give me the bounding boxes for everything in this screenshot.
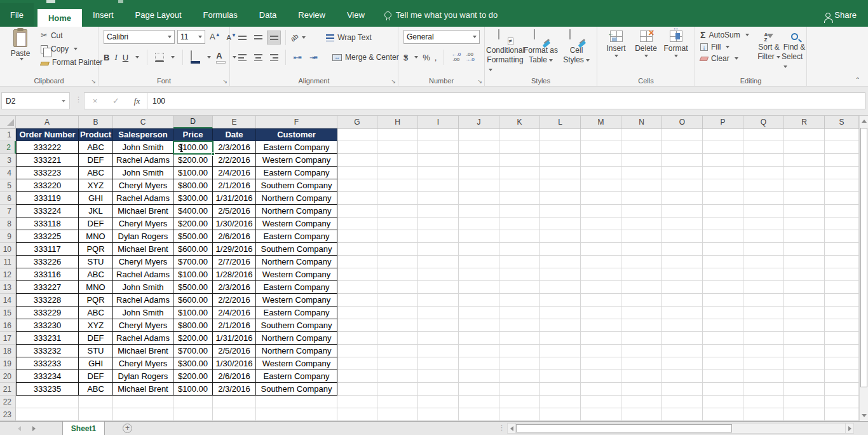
cell-M20[interactable]: [581, 370, 621, 383]
cell-H3[interactable]: [377, 154, 418, 167]
row-header-22[interactable]: 22: [0, 396, 16, 408]
borders-button[interactable]: [155, 53, 164, 62]
cell-E2[interactable]: 2/3/2016: [213, 141, 256, 154]
previous-sheet-button[interactable]: [18, 426, 21, 431]
cell-L4[interactable]: [540, 167, 581, 179]
cell-N19[interactable]: [621, 357, 662, 370]
cell-L21[interactable]: [540, 383, 581, 396]
cell-C17[interactable]: Rachel Adams: [113, 332, 173, 345]
cell-J9[interactable]: [459, 230, 499, 243]
cell-I22[interactable]: [418, 396, 459, 408]
cell-E19[interactable]: 1/30/2016: [213, 357, 256, 370]
cell-G13[interactable]: [337, 281, 377, 294]
cell-J10[interactable]: [459, 243, 499, 256]
cell-P14[interactable]: [703, 294, 743, 307]
cell-L12[interactable]: [540, 268, 581, 281]
cell-C21[interactable]: Michael Brent: [113, 383, 173, 396]
cell-E17[interactable]: 1/31/2016: [213, 332, 256, 345]
cell-J22[interactable]: [459, 396, 499, 408]
cell-A1[interactable]: Order Number: [16, 128, 79, 141]
cell-F4[interactable]: Eastern Company: [256, 167, 337, 179]
cell-O6[interactable]: [662, 192, 703, 205]
cell-D12[interactable]: $100.00: [173, 268, 213, 281]
cell-B18[interactable]: STU: [79, 345, 113, 357]
cell-K22[interactable]: [499, 396, 540, 408]
cell-P9[interactable]: [703, 230, 743, 243]
cell-P3[interactable]: [703, 154, 743, 167]
cell-A2[interactable]: 333222: [16, 141, 79, 154]
cell-F13[interactable]: Eastern Company: [256, 281, 337, 294]
cell-S12[interactable]: [825, 268, 859, 281]
cell-L18[interactable]: [540, 345, 581, 357]
cell-I21[interactable]: [418, 383, 459, 396]
cell-J2[interactable]: [459, 141, 499, 154]
cell-Q11[interactable]: [743, 256, 784, 268]
cell-J6[interactable]: [459, 192, 499, 205]
cell-L13[interactable]: [540, 281, 581, 294]
cell-B6[interactable]: GHI: [79, 192, 113, 205]
cell-L14[interactable]: [540, 294, 581, 307]
row-header-18[interactable]: 18: [0, 345, 16, 357]
cell-F15[interactable]: Eastern Company: [256, 307, 337, 319]
cell-K13[interactable]: [499, 281, 540, 294]
vertical-scrollbar-thumb[interactable]: [860, 128, 867, 387]
cell-N12[interactable]: [621, 268, 662, 281]
cell-E23[interactable]: [213, 408, 256, 421]
cell-D10[interactable]: $600.00: [173, 243, 213, 256]
cell-N16[interactable]: [621, 319, 662, 332]
autosum-button[interactable]: ΣAutoSum: [699, 29, 750, 41]
cell-B3[interactable]: DEF: [79, 154, 113, 167]
cell-F18[interactable]: Northern Company: [256, 345, 337, 357]
clipboard-dialog-launcher[interactable]: ↘: [91, 79, 96, 85]
cell-B14[interactable]: PQR: [79, 294, 113, 307]
cell-G3[interactable]: [337, 154, 377, 167]
cell-H7[interactable]: [377, 205, 418, 218]
cell-O4[interactable]: [662, 167, 703, 179]
cell-K15[interactable]: [499, 307, 540, 319]
cell-E22[interactable]: [213, 396, 256, 408]
cell-Q13[interactable]: [743, 281, 784, 294]
cell-A10[interactable]: 333117: [16, 243, 79, 256]
row-header-16[interactable]: 16: [0, 319, 16, 332]
borders-dropdown-arrow[interactable]: [171, 56, 175, 59]
cell-B17[interactable]: DEF: [79, 332, 113, 345]
cell-S13[interactable]: [825, 281, 859, 294]
cell-K17[interactable]: [499, 332, 540, 345]
cell-C18[interactable]: Michael Brent: [113, 345, 173, 357]
cell-P12[interactable]: [703, 268, 743, 281]
fill-button[interactable]: ↓Fill: [699, 42, 750, 52]
cell-H16[interactable]: [377, 319, 418, 332]
row-header-14[interactable]: 14: [0, 294, 16, 307]
cell-G18[interactable]: [337, 345, 377, 357]
cell-A3[interactable]: 333221: [16, 154, 79, 167]
cell-Q6[interactable]: [743, 192, 784, 205]
cell-C10[interactable]: Michael Brent: [113, 243, 173, 256]
cell-I15[interactable]: [418, 307, 459, 319]
cell-M15[interactable]: [581, 307, 621, 319]
cell-R14[interactable]: [784, 294, 825, 307]
row-header-12[interactable]: 12: [0, 268, 16, 281]
cell-Q7[interactable]: [743, 205, 784, 218]
accounting-dropdown-arrow[interactable]: [414, 56, 418, 59]
cell-F1[interactable]: Customer: [256, 128, 337, 141]
cell-R22[interactable]: [784, 396, 825, 408]
cell-N2[interactable]: [621, 141, 662, 154]
cell-L1[interactable]: [540, 128, 581, 141]
cell-L8[interactable]: [540, 218, 581, 230]
column-header-G[interactable]: G: [337, 116, 377, 128]
cell-H2[interactable]: [377, 141, 418, 154]
cell-L16[interactable]: [540, 319, 581, 332]
cell-H17[interactable]: [377, 332, 418, 345]
row-header-20[interactable]: 20: [0, 370, 16, 383]
cell-R8[interactable]: [784, 218, 825, 230]
fill-color-button[interactable]: [191, 51, 200, 64]
row-header-11[interactable]: 11: [0, 256, 16, 268]
column-header-Q[interactable]: Q: [743, 116, 784, 128]
cell-K2[interactable]: [499, 141, 540, 154]
cancel-button[interactable]: ×: [85, 96, 105, 106]
cell-C12[interactable]: Rachel Adams: [113, 268, 173, 281]
cell-G21[interactable]: [337, 383, 377, 396]
cell-S6[interactable]: [825, 192, 859, 205]
cell-E16[interactable]: 2/1/2016: [213, 319, 256, 332]
horizontal-scrollbar[interactable]: [507, 423, 863, 434]
